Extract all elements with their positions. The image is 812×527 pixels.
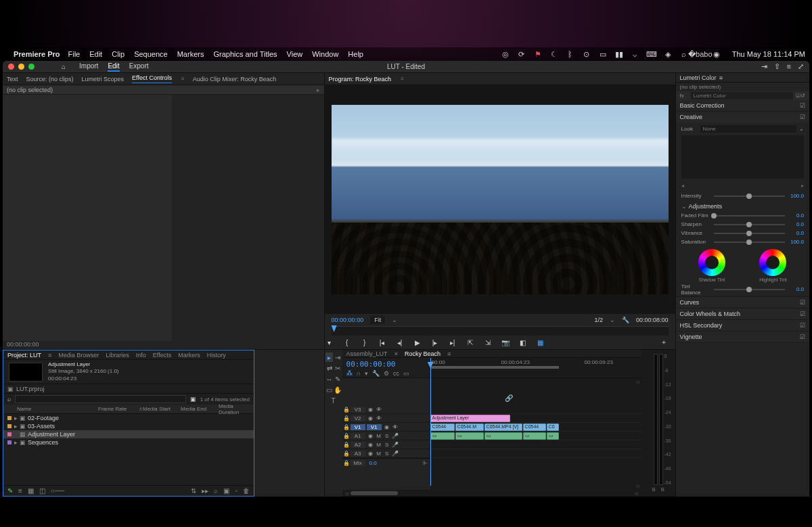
toggle-sync-icon[interactable]: 👁 bbox=[375, 415, 383, 421]
record-icon[interactable]: ⊙ bbox=[582, 49, 591, 59]
lift-icon[interactable]: ⇱ bbox=[466, 338, 475, 347]
comparison-icon[interactable]: ◧ bbox=[518, 338, 528, 347]
bin-name[interactable]: LUT.prproj bbox=[16, 386, 45, 392]
home-icon[interactable]: ⌂ bbox=[62, 63, 66, 70]
menu-file[interactable]: File bbox=[68, 50, 80, 58]
panel-menu-icon[interactable]: ≡ bbox=[48, 352, 51, 359]
ripple-tool-icon[interactable]: ⇄ bbox=[325, 363, 333, 373]
freeform-icon[interactable]: ◫ bbox=[39, 487, 45, 495]
search-input[interactable] bbox=[15, 395, 186, 403]
menu-graphics[interactable]: Graphics and Titles bbox=[213, 50, 277, 58]
section-hsl-secondary[interactable]: HSL Secondary☑ bbox=[676, 320, 809, 331]
panel-menu-icon[interactable]: ≡ bbox=[181, 76, 185, 82]
col-mediaduration[interactable]: Media Duration bbox=[219, 403, 250, 415]
tab-lumetri-scopes[interactable]: Lumetri Scopes bbox=[82, 76, 125, 83]
linked-selection-icon[interactable]: ∩ bbox=[357, 370, 361, 377]
v-scroll-down[interactable]: ○ bbox=[636, 482, 640, 490]
tab-markers[interactable]: Markers bbox=[178, 352, 200, 359]
menubar-datetime[interactable]: Thu May 18 11:14 PM bbox=[732, 50, 805, 58]
program-timecode[interactable]: 00:00:00:00 bbox=[332, 317, 364, 323]
vibrance-slider[interactable] bbox=[714, 233, 785, 234]
clip-audio[interactable]: ▭ bbox=[523, 432, 546, 440]
play-icon[interactable]: ▶ bbox=[413, 338, 422, 347]
solo-icon[interactable]: S bbox=[383, 442, 391, 448]
col-mediastart[interactable]: Media Start bbox=[143, 406, 181, 412]
new-bin-icon[interactable]: ▣ bbox=[190, 396, 196, 403]
timeline-timecode[interactable]: 00:00:00:00 bbox=[346, 360, 426, 369]
mode-edit[interactable]: Edit bbox=[108, 62, 119, 72]
tab-rocky-beach[interactable]: Rocky Beach bbox=[405, 350, 441, 357]
extract-icon[interactable]: ⇲ bbox=[483, 338, 493, 347]
section-vignette[interactable]: Vignette☑ bbox=[676, 331, 809, 342]
panel-menu-icon[interactable]: ≡ bbox=[719, 74, 723, 81]
resolution-dropdown-icon[interactable]: ⌄ bbox=[610, 317, 615, 323]
mode-export[interactable]: Export bbox=[129, 62, 149, 72]
sync-icon[interactable]: ⟳ bbox=[517, 49, 526, 59]
shadow-tint-wheel[interactable] bbox=[698, 249, 725, 276]
toggle-output-icon[interactable]: ◉ bbox=[383, 424, 391, 430]
zoom-slider[interactable]: ○── bbox=[51, 487, 64, 495]
timeline-ruler[interactable]: 00:00 00:00:04:23 00:00:09:23 bbox=[430, 358, 641, 377]
solo-icon[interactable]: S bbox=[383, 451, 391, 457]
settings-icon[interactable]: 🔧 bbox=[372, 370, 380, 377]
search-icon[interactable]: ⌕ bbox=[7, 396, 11, 403]
add-marker-icon[interactable]: ▾ bbox=[325, 338, 334, 347]
col-framerate[interactable]: Frame Rate bbox=[98, 406, 139, 412]
button-editor-icon[interactable]: ＋ bbox=[659, 338, 669, 347]
workspace-menu-icon[interactable]: ≡ bbox=[787, 62, 791, 71]
track-a1[interactable]: A1 bbox=[351, 433, 365, 439]
tab-history[interactable]: History bbox=[207, 352, 226, 359]
razor-tool-icon[interactable]: ✂ bbox=[334, 363, 341, 373]
video-preview[interactable] bbox=[332, 105, 669, 294]
tab-effects[interactable]: Effects bbox=[153, 352, 171, 359]
snap-icon[interactable]: ⁂ bbox=[346, 370, 353, 377]
ec-play-icon[interactable]: ▸ bbox=[317, 87, 320, 93]
toggle-output-icon[interactable]: ◉ bbox=[367, 415, 375, 421]
tab-media-browser[interactable]: Media Browser bbox=[58, 352, 99, 359]
fullscreen-icon[interactable]: ⤢ bbox=[798, 62, 804, 71]
timeline-zoom-scroll[interactable]: ○○ bbox=[342, 490, 641, 497]
list-view-icon[interactable]: ≡ bbox=[18, 487, 22, 495]
hand-tool-icon[interactable]: ✋ bbox=[334, 385, 341, 394]
list-item[interactable]: ▸▣Sequences bbox=[3, 438, 254, 446]
resolution-select[interactable]: 1/2 bbox=[595, 317, 604, 323]
clip-adjustment[interactable]: Adjustment Layer bbox=[430, 415, 510, 422]
voice-icon[interactable]: 🎤 bbox=[391, 451, 399, 457]
type-tool-icon[interactable]: T bbox=[326, 396, 341, 405]
zoom-fit[interactable]: Fit bbox=[370, 316, 385, 324]
clip-video[interactable]: C0544.MP4 [V] bbox=[484, 423, 522, 431]
saturation-slider[interactable] bbox=[714, 242, 785, 243]
mute-icon[interactable]: M bbox=[375, 433, 383, 439]
section-creative[interactable]: Creative☑ bbox=[676, 112, 809, 122]
bin-icon[interactable]: ▣ bbox=[7, 386, 14, 392]
lumetri-effect-name[interactable]: Lumetri Color bbox=[691, 92, 793, 99]
col-name[interactable]: Name bbox=[17, 406, 98, 412]
expand-icon[interactable]: ⊩ bbox=[423, 460, 428, 466]
tab-libraries[interactable]: Libraries bbox=[106, 352, 129, 359]
icon-view-icon[interactable]: ▦ bbox=[28, 487, 34, 495]
sort-icon[interactable]: ⇅ bbox=[191, 487, 196, 495]
find-icon[interactable]: ⌕ bbox=[214, 487, 218, 495]
slip-tool-icon[interactable]: ↔ bbox=[325, 374, 333, 384]
mute-icon[interactable]: M bbox=[375, 451, 383, 457]
new-bin-icon[interactable]: ▣ bbox=[223, 487, 229, 495]
mode-import[interactable]: Import bbox=[79, 62, 98, 72]
track-v1-source[interactable]: V1 bbox=[351, 424, 365, 430]
clip-video[interactable]: C0 bbox=[547, 423, 559, 431]
tab-assembly[interactable]: Assembly_LUT bbox=[346, 350, 388, 357]
col-mediaend[interactable]: Media End bbox=[181, 406, 219, 412]
work-area-bar[interactable] bbox=[430, 366, 559, 369]
panel-menu-icon[interactable]: ≡ bbox=[447, 350, 451, 357]
marker-icon[interactable]: ▾ bbox=[365, 370, 368, 377]
trash-icon[interactable]: 🗑 bbox=[243, 487, 250, 495]
bluetooth-icon[interactable]: ᛒ bbox=[566, 49, 575, 59]
rectangle-tool-icon[interactable]: ▭ bbox=[325, 385, 333, 394]
bypass-icon[interactable]: ☑ bbox=[796, 93, 800, 99]
highlight-tint-wheel[interactable] bbox=[759, 249, 786, 276]
automate-icon[interactable]: ▸▸ bbox=[202, 487, 208, 495]
toggle-sync-icon[interactable]: 👁 bbox=[375, 407, 383, 413]
display-settings-icon[interactable]: ▭ bbox=[403, 370, 409, 377]
clip-video[interactable]: C0544 bbox=[430, 423, 455, 431]
faded-film-slider[interactable] bbox=[714, 215, 785, 216]
tint-balance-slider[interactable] bbox=[714, 289, 785, 290]
